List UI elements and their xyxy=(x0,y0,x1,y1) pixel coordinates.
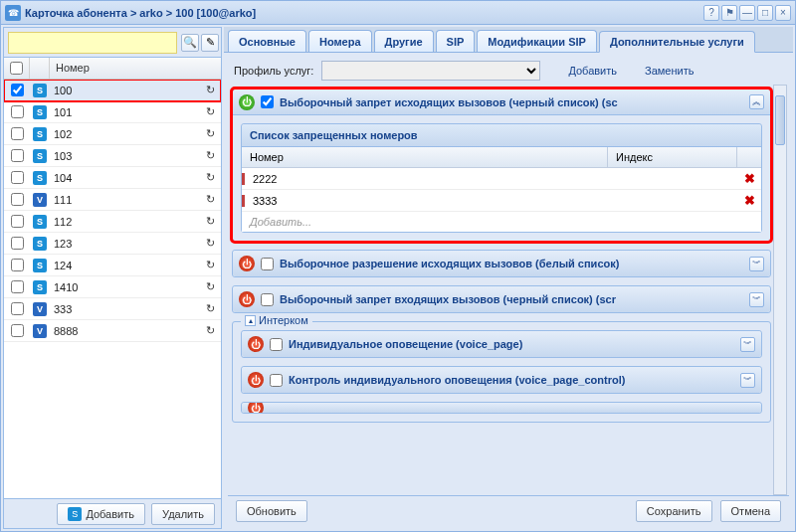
row-checkbox[interactable] xyxy=(11,105,24,118)
svc-whitelist-out-checkbox[interactable] xyxy=(261,258,274,270)
profile-select[interactable] xyxy=(321,61,540,81)
blocked-row[interactable]: 2222✖ xyxy=(242,168,761,190)
footer-toolbar: Обновить Сохранить Отмена xyxy=(228,495,789,525)
tab-3[interactable]: SIP xyxy=(436,30,476,52)
table-row[interactable]: S1410↻ xyxy=(4,276,221,298)
power-off-icon[interactable]: ⏻ xyxy=(248,403,264,413)
row-checkbox[interactable] xyxy=(11,302,24,315)
expand-icon[interactable]: ︾ xyxy=(749,292,764,307)
table-row[interactable]: S124↻ xyxy=(4,255,221,276)
delete-subscriber-button[interactable]: Удалить xyxy=(151,503,215,525)
table-row[interactable]: V8888↻ xyxy=(4,320,221,342)
col-blocked-index[interactable]: Индекс xyxy=(608,147,737,167)
tab-2[interactable]: Другие xyxy=(374,30,434,52)
svc-whitelist-out-header[interactable]: ⏻ Выборочное разрешение исходящих вызово… xyxy=(233,251,770,276)
table-row[interactable]: S103↻ xyxy=(4,145,221,167)
expand-icon[interactable]: ︾ xyxy=(740,337,755,352)
svc-extra-header[interactable]: ⏻ xyxy=(242,403,761,413)
row-checkbox[interactable] xyxy=(11,193,24,206)
tab-0[interactable]: Основные xyxy=(228,30,306,52)
history-icon[interactable]: ↻ xyxy=(199,171,221,184)
history-icon[interactable]: ↻ xyxy=(199,259,221,271)
history-icon[interactable]: ↻ xyxy=(199,127,221,140)
expand-icon[interactable]: ︾ xyxy=(749,257,764,271)
svc-voice-page-header[interactable]: ⏻ Индивидуальное оповещение (voice_page)… xyxy=(242,331,761,357)
tool-button[interactable]: ⚑ xyxy=(721,5,737,21)
history-icon[interactable]: ↻ xyxy=(199,302,221,315)
save-button[interactable]: Сохранить xyxy=(636,500,712,522)
blocked-row[interactable]: 3333✖ xyxy=(242,190,761,212)
intercom-legend[interactable]: ▴ Интерком xyxy=(241,314,312,326)
svc-voice-page-control-checkbox[interactable] xyxy=(270,374,283,387)
power-off-icon[interactable]: ⏻ xyxy=(239,291,255,307)
table-row[interactable]: S123↻ xyxy=(4,233,221,255)
table-row[interactable]: S100↻ xyxy=(4,80,221,101)
profile-add-link[interactable]: Добавить xyxy=(568,65,617,77)
power-off-icon[interactable]: ⏻ xyxy=(248,372,264,388)
col-blocked-number[interactable]: Номер xyxy=(242,147,608,167)
blocked-numbers-title: Список запрещенных номеров xyxy=(242,124,761,147)
table-row[interactable]: V333↻ xyxy=(4,298,221,320)
table-row[interactable]: S112↻ xyxy=(4,211,221,233)
svc-blacklist-in-header[interactable]: ⏻ Выборочный запрет входящих вызовов (че… xyxy=(233,286,770,312)
delete-icon[interactable]: ✖ xyxy=(737,171,761,186)
svc-extra: ⏻ xyxy=(241,402,762,414)
scrollbar-thumb[interactable] xyxy=(775,95,785,145)
profile-replace-link[interactable]: Заменить xyxy=(645,65,694,77)
grid-body[interactable]: S100↻S101↻S102↻S103↻S104↻V111↻S112↻S123↻… xyxy=(4,80,221,498)
row-checkbox[interactable] xyxy=(11,237,24,250)
history-icon[interactable]: ↻ xyxy=(199,193,221,206)
svc-voice-page-checkbox[interactable] xyxy=(270,338,283,351)
row-checkbox[interactable] xyxy=(11,127,24,140)
history-icon[interactable]: ↻ xyxy=(199,237,221,250)
search-icon[interactable]: 🔍 xyxy=(181,34,199,52)
power-on-icon[interactable]: ⏻ xyxy=(239,94,255,110)
tab-4[interactable]: Модификации SIP xyxy=(477,30,597,52)
row-checkbox[interactable] xyxy=(11,324,24,337)
power-off-icon[interactable]: ⏻ xyxy=(248,336,264,352)
row-checkbox[interactable] xyxy=(11,259,24,271)
history-icon[interactable]: ↻ xyxy=(199,324,221,337)
type-badge: S xyxy=(33,149,47,163)
scrollbar[interactable] xyxy=(773,85,787,495)
power-off-icon[interactable]: ⏻ xyxy=(239,256,255,271)
maximize-button[interactable]: □ xyxy=(757,5,773,21)
add-blocked-number[interactable]: Добавить... xyxy=(242,212,761,232)
svc-blacklist-out-checkbox[interactable] xyxy=(261,95,274,108)
minimize-button[interactable]: — xyxy=(739,5,755,21)
fieldset-collapse-icon[interactable]: ▴ xyxy=(245,315,256,326)
cancel-button[interactable]: Отмена xyxy=(720,500,781,522)
history-icon[interactable]: ↻ xyxy=(199,149,221,162)
add-subscriber-button[interactable]: SДобавить xyxy=(57,503,145,525)
row-number: 104 xyxy=(50,172,199,184)
svc-voice-page-control-header[interactable]: ⏻ Контроль индивидуального оповещения (v… xyxy=(242,367,761,393)
tab-1[interactable]: Номера xyxy=(308,30,372,52)
row-checkbox[interactable] xyxy=(11,149,24,162)
collapse-icon[interactable]: ︽ xyxy=(749,94,764,109)
table-row[interactable]: S101↻ xyxy=(4,101,221,123)
table-row[interactable]: S102↻ xyxy=(4,123,221,145)
history-icon[interactable]: ↻ xyxy=(199,215,221,228)
table-row[interactable]: V111↻ xyxy=(4,189,221,211)
help-button[interactable]: ? xyxy=(703,5,719,21)
tab-5[interactable]: Дополнительные услуги xyxy=(599,31,755,53)
close-button[interactable]: × xyxy=(775,5,791,21)
col-number[interactable]: Номер xyxy=(50,58,221,79)
row-checkbox[interactable] xyxy=(11,215,24,228)
expand-icon[interactable]: ︾ xyxy=(740,373,755,388)
delete-icon[interactable]: ✖ xyxy=(737,193,761,208)
row-number: 112 xyxy=(50,216,199,228)
row-checkbox[interactable] xyxy=(11,171,24,184)
history-icon[interactable]: ↻ xyxy=(199,84,221,96)
row-checkbox[interactable] xyxy=(11,280,24,293)
svc-blacklist-out-header[interactable]: ⏻ Выборочный запрет исходящих вызовов (ч… xyxy=(233,89,770,115)
history-icon[interactable]: ↻ xyxy=(199,105,221,118)
select-all-checkbox[interactable] xyxy=(10,62,23,75)
edit-icon[interactable]: ✎ xyxy=(201,34,219,52)
table-row[interactable]: S104↻ xyxy=(4,167,221,189)
history-icon[interactable]: ↻ xyxy=(199,280,221,293)
svc-blacklist-in-checkbox[interactable] xyxy=(261,293,274,306)
row-checkbox[interactable] xyxy=(11,84,24,96)
refresh-button[interactable]: Обновить xyxy=(236,500,307,522)
search-note[interactable] xyxy=(8,32,177,54)
